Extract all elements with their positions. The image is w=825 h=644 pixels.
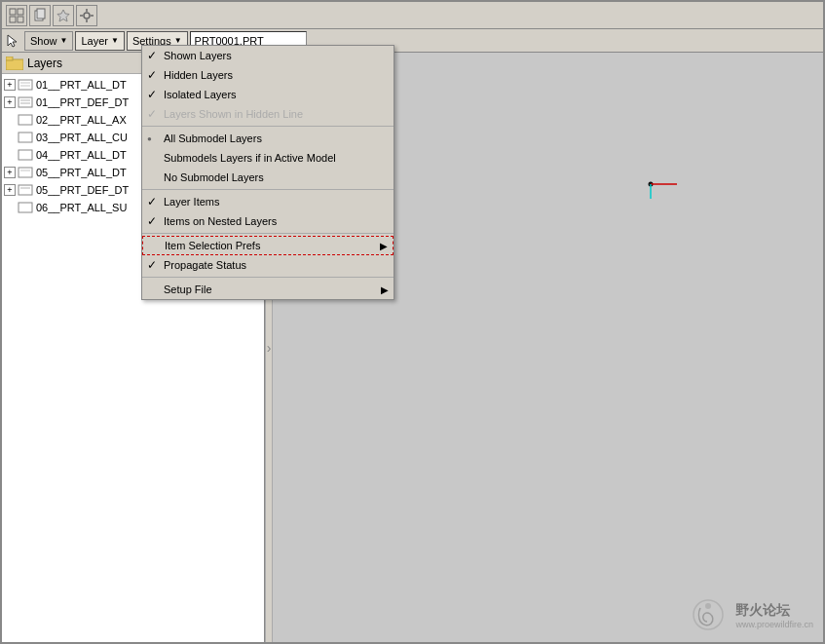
menubar: Show ▼ Layer ▼ Settings ▼ PRT0001.PRT [2, 29, 823, 53]
checkmark-icon: ✓ [147, 258, 157, 272]
toolbar [2, 2, 823, 29]
bullet-icon: ● [147, 134, 152, 143]
svg-rect-28 [19, 203, 32, 212]
menu-item-isolated-layers[interactable]: ✓ Isolated Layers [142, 85, 394, 104]
layer-icon [18, 132, 33, 143]
layer-label: Layer [81, 35, 108, 47]
menu-item-layer-items[interactable]: ✓ Layer Items [142, 192, 394, 211]
watermark-text-block: 野火论坛 www.proewildfire.cn [735, 602, 813, 629]
menu-item-label: Setup File [164, 284, 212, 295]
tree-item-label: 01__PRT_ALL_DT [36, 79, 127, 91]
svg-rect-2 [10, 17, 16, 22]
tree-item-label: 04__PRT_ALL_DT [36, 149, 127, 161]
layer-icon [18, 184, 33, 196]
toolbar-settings-btn[interactable] [76, 5, 97, 26]
svg-point-33 [705, 603, 711, 609]
menu-separator [142, 233, 394, 234]
menu-item-hidden-line: ✓ Layers Shown in Hidden Line [142, 104, 394, 124]
expand-icon[interactable]: + [4, 167, 16, 178]
layer-icon [18, 79, 33, 91]
expand-icon[interactable]: + [4, 96, 16, 108]
toolbar-grid-btn[interactable] [6, 5, 27, 26]
submenu-arrow-icon: ▶ [380, 241, 388, 251]
show-label: Show [30, 35, 57, 47]
layer-arrow-icon: ▼ [111, 36, 119, 45]
tree-item-label: 06__PRT_ALL_SU [36, 202, 127, 213]
tree-item-label: 02__PRT_ALL_AX [36, 114, 127, 126]
svg-rect-5 [37, 9, 45, 19]
layer-icon [18, 96, 33, 108]
menu-item-item-selection-prefs[interactable]: Item Selection Prefs ▶ [142, 236, 394, 255]
menu-item-nested-layers[interactable]: ✓ Items on Nested Layers [142, 211, 394, 231]
menu-item-label: All Submodel Layers [164, 133, 262, 144]
content-area: Layers + 01__PRT_ALL_DT + [2, 53, 823, 642]
svg-rect-21 [19, 115, 32, 125]
svg-rect-23 [19, 150, 32, 160]
menu-item-label: Isolated Layers [164, 89, 237, 100]
cursor-icon[interactable] [6, 33, 19, 49]
checkmark-icon: ✓ [147, 88, 157, 101]
svg-rect-13 [6, 59, 23, 70]
layer-icon [18, 202, 33, 213]
settings-arrow-icon: ▼ [174, 36, 182, 45]
menu-separator [142, 126, 394, 127]
checkmark-icon: ✓ [147, 195, 157, 208]
coordinate-marker [643, 174, 682, 204]
svg-point-7 [84, 13, 90, 19]
menu-item-label: Layer Items [164, 196, 219, 208]
checkmark-icon: ✓ [147, 68, 157, 82]
submenu-arrow-icon: ▶ [381, 284, 389, 295]
menu-item-label: Submodels Layers if in Active Model [164, 152, 336, 164]
toolbar-copy-btn[interactable] [29, 5, 51, 26]
menu-item-shown-layers[interactable]: ✓ Shown Layers [142, 46, 394, 65]
settings-dropdown-menu: ✓ Shown Layers ✓ Hidden Layers ✓ Isolate… [141, 45, 394, 300]
svg-rect-1 [18, 9, 23, 15]
show-menu-btn[interactable]: Show ▼ [24, 31, 73, 51]
layer-icon [18, 149, 33, 161]
tree-item-label: 01__PRT_DEF_DT [36, 96, 129, 108]
layer-menu-btn[interactable]: Layer ▼ [75, 31, 124, 51]
expand-icon[interactable]: + [4, 184, 16, 196]
toolbar-star-btn[interactable] [53, 5, 74, 26]
tree-item-label: 03__PRT_ALL_CU [36, 132, 128, 143]
checkmark-icon: ✓ [147, 107, 157, 121]
svg-rect-15 [19, 80, 32, 90]
show-arrow-icon: ▼ [60, 36, 68, 45]
watermark-main-text: 野火论坛 [735, 602, 813, 620]
menu-item-submodels-active[interactable]: Submodels Layers if in Active Model [142, 148, 394, 168]
expand-icon[interactable]: + [4, 79, 16, 91]
svg-marker-12 [8, 35, 17, 47]
checkmark-icon: ✓ [147, 214, 157, 228]
svg-rect-24 [19, 168, 32, 177]
menu-item-label: Layers Shown in Hidden Line [164, 108, 303, 120]
svg-rect-3 [18, 17, 23, 22]
main-window: Show ▼ Layer ▼ Settings ▼ PRT0001.PRT La… [0, 0, 825, 644]
menu-item-setup-file[interactable]: Setup File ▶ [142, 280, 394, 299]
menu-item-label: Propagate Status [164, 259, 246, 271]
menu-item-label: Shown Layers [164, 50, 232, 61]
watermark-logo-icon [689, 598, 728, 632]
tree-item-label: 05__PRT_DEF_DT [36, 184, 129, 196]
menu-item-label: Hidden Layers [164, 69, 233, 81]
menu-separator [142, 277, 394, 278]
menu-item-propagate-status[interactable]: ✓ Propagate Status [142, 255, 394, 275]
watermark-sub-text: www.proewildfire.cn [735, 620, 813, 629]
menu-item-label: Item Selection Prefs [165, 240, 260, 251]
svg-rect-14 [6, 57, 13, 60]
svg-rect-26 [19, 185, 32, 195]
watermark: 野火论坛 www.proewildfire.cn [689, 598, 813, 632]
layer-icon [18, 114, 33, 126]
layer-icon [18, 167, 33, 178]
layers-folder-icon [6, 57, 23, 70]
svg-rect-22 [19, 133, 32, 142]
menu-item-hidden-layers[interactable]: ✓ Hidden Layers [142, 65, 394, 85]
tree-item-label: 05__PRT_ALL_DT [36, 167, 127, 178]
menu-item-no-submodel[interactable]: No Submodel Layers [142, 168, 394, 187]
panel-header-label: Layers [27, 57, 62, 70]
svg-rect-0 [10, 9, 16, 15]
menu-item-label: Items on Nested Layers [164, 215, 277, 227]
menu-separator [142, 189, 394, 190]
menu-item-label: No Submodel Layers [164, 171, 264, 183]
svg-rect-18 [19, 97, 32, 107]
menu-item-all-submodel[interactable]: ● All Submodel Layers [142, 129, 394, 148]
